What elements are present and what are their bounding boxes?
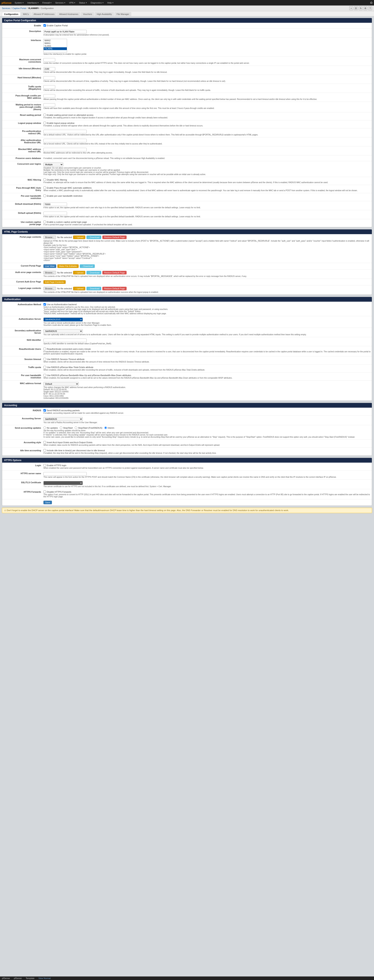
select-auth-server[interactable]: 0AHRADIUSVS Local Database (43, 318, 83, 321)
nav-status[interactable]: Status ▼ (77, 1, 89, 5)
select-concurrent-logins[interactable]: Multiple Disabled Last login only First … (43, 162, 63, 167)
input-after-auth-redirect[interactable] (43, 139, 87, 142)
checkbox-enable-captive-portal[interactable] (43, 24, 46, 27)
input-https-server-name[interactable] (43, 472, 87, 476)
listbox-interfaces[interactable]: WAN2 WAN1 VLAN1 FILAIRE (43, 39, 67, 52)
listbox-item-filaire[interactable]: FILAIRE (44, 47, 67, 50)
toolbar-add-btn[interactable]: + (349, 6, 353, 10)
input-hard-timeout[interactable] (43, 76, 55, 80)
btn-logout-upload[interactable]: ↑ Upload (73, 287, 85, 290)
tab-vouchers[interactable]: Vouchers (81, 12, 94, 16)
input-max-concurrent[interactable] (43, 58, 55, 62)
desc-auth-server: You can add a minute authentication serv… (43, 322, 372, 326)
toolbar-help-btn[interactable]: ? (368, 6, 372, 10)
input-default-download[interactable] (43, 202, 67, 206)
checkbox-https-login[interactable] (43, 464, 46, 466)
checkbox-pass-through-mac-auto[interactable] (43, 186, 46, 189)
btn-auth-error-upload[interactable]: ↑ Upload (73, 271, 85, 274)
checkbox-per-user-bandwidth[interactable] (43, 194, 46, 197)
tab-high-availability[interactable]: High Availability (94, 12, 114, 16)
power-icon[interactable]: ⏻ (370, 2, 372, 4)
select-secondary-auth-server[interactable]: 0ahRADIUS Local Database (43, 329, 83, 333)
tab-file-manager[interactable]: File Manager (114, 12, 131, 16)
btn-current-portal-download[interactable]: ↓ Download (80, 264, 94, 268)
btn-edit-page-contents[interactable]: Edit Page Contents (43, 280, 66, 284)
btn-portal-restore-default[interactable]: Restore Default Page (102, 235, 126, 239)
radio-stop-start-freeradius[interactable]: Stop/Start (FreeRADIUS) (75, 426, 102, 429)
checkbox-accounting-style[interactable] (43, 441, 46, 444)
btn-auth-error-restore-default[interactable]: Restore Default Page (102, 271, 126, 274)
tab-configuration[interactable]: Configuration (2, 12, 21, 16)
tab-allowed-hostnames[interactable]: Allowed Hostnames (57, 12, 80, 16)
label-ssl-tls-certificate: SSL/TLS Certificate (2, 480, 43, 488)
select-accounting-server[interactable]: 0ahRADIUS (43, 417, 83, 421)
breadcrumb-captive-portal[interactable]: Captive Portal (13, 7, 26, 10)
value-hard-timeout: Clients will be disconnected after this … (43, 76, 372, 83)
label-auth-per-user-bandwidth: Per user bandwidthrestriction (2, 373, 43, 380)
breadcrumb-services[interactable]: Services (2, 7, 10, 10)
label-current-portal-page: Current Portal Page (2, 264, 43, 269)
input-waiting-period[interactable] (43, 103, 55, 107)
btn-logout-download[interactable]: ↓ Download (86, 287, 101, 290)
desc-secondary-auth-server: You can optionally select a second set o… (43, 334, 372, 336)
nav-diagnostics[interactable]: Diagnostics ▼ (89, 1, 105, 5)
listbox-item-wan2[interactable]: WAN2 (44, 39, 67, 42)
nav-vpn[interactable]: VPN ▼ (67, 1, 77, 5)
nav-help[interactable]: Help ▼ (106, 1, 115, 5)
nav-services[interactable]: Services ▼ (54, 1, 67, 5)
btn-auth-error-download[interactable]: ↓ Download (86, 271, 101, 274)
btn-auth-error-browse[interactable]: Browse... (43, 271, 56, 274)
checkbox-radius-accounting[interactable] (43, 409, 46, 412)
checkbox-session-timeout[interactable] (43, 358, 46, 360)
breadcrumb: Services / Captive Portal / VLANWIFI / C… (2, 7, 54, 10)
value-default-upload: If this option is set, the captive porta… (43, 211, 372, 218)
checkbox-auth-traffic-quota[interactable] (43, 366, 46, 368)
toolbar-icons: + ☰ ↻ ⚙ ? (349, 6, 372, 10)
tab-allowed-ip[interactable]: Allowed IP Addresses (32, 12, 57, 16)
btn-live-view[interactable]: Live View (43, 264, 56, 268)
tab-bar: Configuration MACs Allowed IP Addresses … (0, 11, 374, 16)
label-auth-traffic-quota-check: Use RADIUS pfSense-Max-Total-Octets attr… (47, 366, 93, 368)
input-blocked-mac-redirect[interactable] (43, 148, 87, 151)
btn-save[interactable]: Save (43, 501, 52, 504)
nav-firewall[interactable]: Firewall ▼ (41, 1, 53, 5)
radio-stop-start[interactable]: Stop/Start (60, 426, 73, 429)
btn-logout-browse[interactable]: Browse... (43, 287, 56, 290)
input-traffic-quota[interactable] (43, 85, 55, 89)
toolbar-settings-btn[interactable]: ⚙ (363, 6, 367, 10)
toolbar-list-btn[interactable]: ☰ (354, 6, 358, 10)
checkbox-reauthenticate-users[interactable] (43, 348, 46, 350)
listbox-item-wan1[interactable]: WAN1 (44, 42, 67, 45)
checkbox-mac-filtering[interactable] (43, 178, 46, 181)
checkbox-reset-waiting[interactable] (43, 114, 46, 116)
value-default-download: If this option is set, the captive porta… (43, 202, 372, 209)
input-default-upload[interactable] (43, 212, 67, 215)
nav-interfaces[interactable]: Interfaces ▼ (26, 1, 40, 5)
checkbox-auth-per-user-bandwidth[interactable] (43, 374, 46, 377)
btn-make-file-editable[interactable]: Make File Editable (58, 264, 79, 268)
btn-portal-download[interactable]: ↓ Download (86, 235, 101, 239)
radio-interim[interactable]: Interim (104, 426, 114, 429)
btn-portal-browse[interactable]: Browse... (43, 235, 56, 239)
radio-no-updates[interactable]: No updates (43, 426, 58, 429)
listbox-item-vlan1[interactable]: VLAN1 (44, 45, 67, 47)
checkbox-custom-captive-page[interactable] (43, 221, 46, 223)
toolbar-refresh-btn[interactable]: ↻ (359, 6, 363, 10)
input-nas-identifier[interactable] (43, 339, 87, 342)
nav-system[interactable]: System ▼ (13, 1, 26, 5)
input-description[interactable] (43, 30, 87, 33)
btn-portal-upload[interactable]: ↑ Upload (73, 235, 85, 239)
select-mac-address-format[interactable]: Default Single dash IETF Cisco Unformatt… (43, 382, 79, 386)
tab-macs[interactable]: MACs (21, 12, 31, 16)
select-ssl-tls-certificate[interactable] (43, 481, 83, 485)
checkbox-use-auth-backend[interactable] (43, 303, 46, 305)
input-idle-timeout[interactable] (43, 67, 55, 71)
label-portal-page-contents: Portal page contents (2, 235, 43, 262)
checkbox-idle-time-accounting[interactable] (43, 449, 46, 452)
input-pre-auth-redirect[interactable] (43, 130, 87, 133)
input-pass-through-credits[interactable] (43, 94, 55, 98)
checkbox-https-forwards[interactable] (43, 490, 46, 493)
btn-logout-restore-default[interactable]: Restore Default Page (102, 287, 126, 290)
checkbox-logout-popup[interactable] (43, 122, 46, 124)
desc-description: A description may be entered here for ad… (43, 34, 372, 36)
